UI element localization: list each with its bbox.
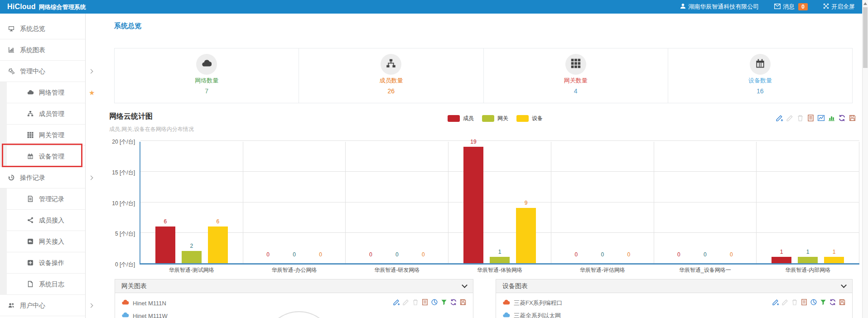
gateway-item-name: Hinet M111N xyxy=(133,300,393,307)
chart-toolbox xyxy=(776,114,856,124)
company-name: 湖南华辰智通科技有限公司 xyxy=(688,3,759,11)
stat-card-label: 网关数量 xyxy=(484,77,668,85)
legend-item-网关[interactable]: 网关 xyxy=(482,115,508,122)
bar-网关[interactable] xyxy=(490,257,510,263)
brand-name: HiCloud xyxy=(7,3,36,11)
favorite-star-icon[interactable]: ★ xyxy=(89,82,95,103)
clear-mark-icon[interactable] xyxy=(796,114,804,124)
clear-mark-icon[interactable] xyxy=(791,299,798,308)
mark-icon[interactable] xyxy=(772,299,779,308)
legend-item-成员[interactable]: 成员 xyxy=(448,115,474,122)
clear-mark-icon[interactable] xyxy=(412,299,419,308)
share-icon xyxy=(27,217,37,224)
bar-chart-icon[interactable] xyxy=(828,114,835,124)
legend-name: 成员 xyxy=(463,115,474,122)
sidebar-item-member-access[interactable]: 成员接入 xyxy=(0,210,85,231)
sidebar-item-label: 用户中心 xyxy=(20,302,45,309)
device-panel-header[interactable]: 设备图表 xyxy=(496,279,852,293)
save-image-icon[interactable] xyxy=(459,299,467,308)
gears-icon xyxy=(8,67,18,75)
sidebar-item-label: 系统日志 xyxy=(39,280,64,288)
save-image-icon[interactable] xyxy=(849,114,856,124)
sidebar-item-management-records[interactable]: 管理记录 xyxy=(0,188,85,210)
unmark-icon[interactable] xyxy=(781,299,789,308)
data-view-icon[interactable] xyxy=(800,299,808,308)
category-cell: 000华辰智通-办公网络 xyxy=(243,142,346,263)
stat-card-networks[interactable]: 网络数量 7 xyxy=(115,48,299,103)
sidebar-item-operation-records[interactable]: 操作记录 xyxy=(0,167,85,188)
sidebar-item-gateway-management[interactable]: 网关管理 xyxy=(0,125,85,146)
bar-value-label: 0 xyxy=(593,251,612,258)
data-view-icon[interactable] xyxy=(807,114,815,124)
sidebar-item-system-overview[interactable]: 系统总览 xyxy=(0,18,85,39)
bar-成员[interactable] xyxy=(772,257,791,263)
unmark-icon[interactable] xyxy=(786,114,794,124)
sidebar-item-member-management[interactable]: 成员管理 xyxy=(0,103,85,125)
line-chart-icon[interactable] xyxy=(817,114,825,124)
sidebar-item-management-center[interactable]: 管理中心 xyxy=(0,61,85,82)
data-view-icon[interactable] xyxy=(421,299,429,308)
messages-button[interactable]: 消息 0 xyxy=(774,3,808,11)
bar-设备[interactable] xyxy=(208,226,228,263)
bar-设备[interactable] xyxy=(516,208,536,263)
category-cell: 1919华辰智通-体验网络 xyxy=(448,142,551,263)
unmark-icon[interactable] xyxy=(402,299,410,308)
restore-icon[interactable] xyxy=(838,114,846,124)
chart-legend: 成员网关设备 xyxy=(448,115,543,122)
restore-icon[interactable] xyxy=(450,299,457,308)
bar-value-label: 0 xyxy=(619,251,639,258)
category-label: 华辰智通-内部网络 xyxy=(757,266,859,274)
bar-设备[interactable] xyxy=(824,257,844,263)
mark-icon[interactable] xyxy=(776,114,783,124)
stat-card-devices[interactable]: 设备数量 16 xyxy=(668,48,852,103)
pie-chart-icon[interactable] xyxy=(810,299,817,308)
mark-icon[interactable] xyxy=(393,299,400,308)
bar-value-label: 1 xyxy=(824,249,844,255)
sidebar-item-label: 管理中心 xyxy=(20,67,45,75)
user-icon xyxy=(680,3,686,10)
scrollbar-thumb[interactable] xyxy=(863,7,868,68)
bar-value-label: 0 xyxy=(311,251,331,258)
bar-网关[interactable] xyxy=(798,257,818,263)
bar-网关[interactable] xyxy=(182,251,202,263)
sidebar-item-device-management[interactable]: 设备管理 xyxy=(0,146,85,167)
bar-value-label: 1 xyxy=(772,249,791,255)
bar-value-label: 0 xyxy=(413,251,433,258)
device-list-item[interactable]: 三菱FX系列编程口 xyxy=(496,297,852,309)
restore-icon[interactable] xyxy=(829,299,836,308)
sidebar-item-device-operations[interactable]: 设备操作 xyxy=(0,252,85,274)
app-window: HiCloud 网络综合管理系统 湖南华辰智通科技有限公司 消息 0 xyxy=(0,0,868,318)
stat-card-label: 设备数量 xyxy=(668,77,852,85)
gateway-panel-header[interactable]: 网关图表 xyxy=(115,279,473,293)
bar-成员[interactable] xyxy=(463,147,483,263)
sitemap-icon xyxy=(27,110,37,117)
legend-item-设备[interactable]: 设备 xyxy=(516,115,543,122)
account-menu[interactable]: 湖南华辰智通科技有限公司 xyxy=(680,3,759,11)
sidebar-item-gateway-access[interactable]: 网关接入 xyxy=(0,231,85,252)
funnel-chart-icon[interactable] xyxy=(820,299,827,308)
fullscreen-button[interactable]: 开启全屏 xyxy=(823,3,855,11)
scroll-up-arrow-icon[interactable] xyxy=(863,2,867,5)
bar-group-slot: 6 xyxy=(155,226,175,263)
grid-icon xyxy=(27,131,37,139)
sidebar-item-system-logs[interactable]: 系统日志 xyxy=(0,274,85,295)
sidebar-item-system-charts[interactable]: 系统图表 xyxy=(0,39,85,61)
device-list-item[interactable]: 三菱全系列以太网 xyxy=(496,310,852,318)
page-scrollbar[interactable] xyxy=(862,0,868,318)
stat-card-members[interactable]: 成员数量 26 xyxy=(299,48,483,103)
save-image-icon[interactable] xyxy=(839,299,846,308)
gateway-list-item[interactable]: Hinet M111N xyxy=(115,297,473,309)
stat-card-value: 4 xyxy=(484,87,668,95)
bar-group-slot: 9 xyxy=(516,208,536,263)
brand[interactable]: HiCloud 网络综合管理系统 xyxy=(7,3,86,11)
sidebar-item-user-center[interactable]: 用户中心 xyxy=(0,295,85,316)
bar-成员[interactable] xyxy=(155,226,175,263)
stat-card-gateways[interactable]: 网关数量 4 xyxy=(483,48,668,103)
pie-chart-icon[interactable] xyxy=(431,299,438,308)
axis-tick-label: 15 [个/台] xyxy=(85,169,135,177)
funnel-chart-icon[interactable] xyxy=(440,299,448,308)
bar-group-slot: 1 xyxy=(798,257,818,263)
bar-value-label: 1 xyxy=(490,249,510,255)
row-toolbox xyxy=(772,299,846,308)
sidebar-item-network-management[interactable]: 网络管理 ★ xyxy=(0,82,85,103)
